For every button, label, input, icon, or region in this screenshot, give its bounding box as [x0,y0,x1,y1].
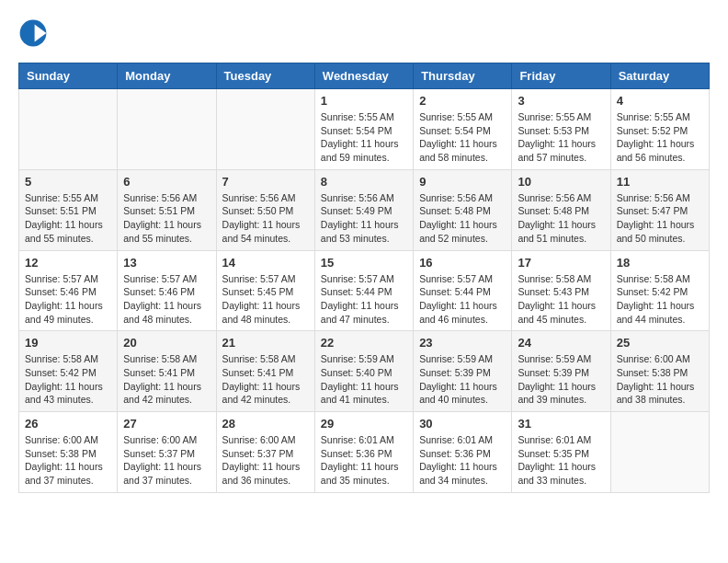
weekday-header: Sunday [19,63,118,89]
calendar-cell: 4Sunrise: 5:55 AM Sunset: 5:52 PM Daylig… [610,89,709,170]
calendar-cell: 1Sunrise: 5:55 AM Sunset: 5:54 PM Daylig… [314,89,413,170]
day-info: Sunrise: 5:56 AM Sunset: 5:47 PM Dayligh… [617,191,703,246]
calendar-cell: 19Sunrise: 5:58 AM Sunset: 5:42 PM Dayli… [19,331,118,412]
day-info: Sunrise: 5:56 AM Sunset: 5:48 PM Dayligh… [518,191,604,246]
day-info: Sunrise: 5:57 AM Sunset: 5:46 PM Dayligh… [25,272,111,327]
day-number: 24 [518,336,604,350]
day-info: Sunrise: 5:56 AM Sunset: 5:51 PM Dayligh… [123,191,210,246]
day-info: Sunrise: 6:00 AM Sunset: 5:37 PM Dayligh… [222,433,309,488]
calendar-cell [19,89,118,170]
calendar-cell: 31Sunrise: 6:01 AM Sunset: 5:35 PM Dayli… [512,412,610,493]
weekday-header: Friday [512,63,610,89]
day-number: 7 [222,175,309,189]
calendar-cell: 13Sunrise: 5:57 AM Sunset: 5:46 PM Dayli… [118,250,216,331]
calendar-table: SundayMondayTuesdayWednesdayThursdayFrid… [18,63,710,493]
calendar-cell: 8Sunrise: 5:56 AM Sunset: 5:49 PM Daylig… [314,169,413,250]
day-info: Sunrise: 5:58 AM Sunset: 5:41 PM Dayligh… [123,352,210,407]
day-info: Sunrise: 5:56 AM Sunset: 5:48 PM Dayligh… [419,191,506,246]
weekday-header: Tuesday [216,63,314,89]
day-info: Sunrise: 5:55 AM Sunset: 5:54 PM Dayligh… [419,110,506,165]
day-number: 9 [419,175,506,189]
day-number: 3 [518,94,604,108]
calendar-cell: 7Sunrise: 5:56 AM Sunset: 5:50 PM Daylig… [216,169,314,250]
logo-icon [18,18,48,48]
day-info: Sunrise: 5:57 AM Sunset: 5:46 PM Dayligh… [123,272,210,327]
day-info: Sunrise: 5:58 AM Sunset: 5:42 PM Dayligh… [25,352,111,407]
calendar-cell: 20Sunrise: 5:58 AM Sunset: 5:41 PM Dayli… [118,331,216,412]
calendar-body: 1Sunrise: 5:55 AM Sunset: 5:54 PM Daylig… [19,89,710,493]
day-number: 27 [123,417,210,431]
day-number: 16 [419,256,506,270]
day-info: Sunrise: 6:00 AM Sunset: 5:38 PM Dayligh… [617,352,703,407]
calendar-cell: 26Sunrise: 6:00 AM Sunset: 5:38 PM Dayli… [19,412,118,493]
day-number: 25 [617,336,703,350]
calendar-week-row: 1Sunrise: 5:55 AM Sunset: 5:54 PM Daylig… [19,89,710,170]
calendar-week-row: 26Sunrise: 6:00 AM Sunset: 5:38 PM Dayli… [19,412,710,493]
day-number: 29 [321,417,407,431]
day-number: 13 [123,256,210,270]
day-number: 18 [617,256,703,270]
day-number: 19 [25,336,111,350]
day-info: Sunrise: 6:00 AM Sunset: 5:37 PM Dayligh… [123,433,210,488]
day-number: 28 [222,417,309,431]
calendar-cell: 2Sunrise: 5:55 AM Sunset: 5:54 PM Daylig… [414,89,512,170]
day-number: 10 [518,175,604,189]
day-info: Sunrise: 5:55 AM Sunset: 5:52 PM Dayligh… [617,110,703,165]
day-info: Sunrise: 6:01 AM Sunset: 5:36 PM Dayligh… [419,433,506,488]
calendar-cell: 29Sunrise: 6:01 AM Sunset: 5:36 PM Dayli… [314,412,413,493]
day-info: Sunrise: 5:59 AM Sunset: 5:39 PM Dayligh… [518,352,604,407]
day-info: Sunrise: 5:58 AM Sunset: 5:42 PM Dayligh… [617,272,703,327]
day-info: Sunrise: 5:59 AM Sunset: 5:39 PM Dayligh… [419,352,506,407]
weekday-row: SundayMondayTuesdayWednesdayThursdayFrid… [19,63,710,89]
day-number: 14 [222,256,309,270]
day-number: 20 [123,336,210,350]
day-info: Sunrise: 5:58 AM Sunset: 5:41 PM Dayligh… [222,352,309,407]
page-header [18,18,710,48]
calendar-cell [610,412,709,493]
calendar-week-row: 19Sunrise: 5:58 AM Sunset: 5:42 PM Dayli… [19,331,710,412]
calendar-cell: 12Sunrise: 5:57 AM Sunset: 5:46 PM Dayli… [19,250,118,331]
day-info: Sunrise: 6:01 AM Sunset: 5:35 PM Dayligh… [518,433,604,488]
calendar-cell: 15Sunrise: 5:57 AM Sunset: 5:44 PM Dayli… [314,250,413,331]
day-number: 5 [25,175,111,189]
calendar-cell: 5Sunrise: 5:55 AM Sunset: 5:51 PM Daylig… [19,169,118,250]
calendar-header: SundayMondayTuesdayWednesdayThursdayFrid… [19,63,710,89]
day-info: Sunrise: 5:57 AM Sunset: 5:44 PM Dayligh… [321,272,407,327]
calendar-cell: 24Sunrise: 5:59 AM Sunset: 5:39 PM Dayli… [512,331,610,412]
day-info: Sunrise: 5:55 AM Sunset: 5:51 PM Dayligh… [25,191,111,246]
calendar-cell [118,89,216,170]
calendar-cell: 17Sunrise: 5:58 AM Sunset: 5:43 PM Dayli… [512,250,610,331]
calendar-cell: 21Sunrise: 5:58 AM Sunset: 5:41 PM Dayli… [216,331,314,412]
day-info: Sunrise: 5:56 AM Sunset: 5:50 PM Dayligh… [222,191,309,246]
day-number: 22 [321,336,407,350]
day-number: 11 [617,175,703,189]
calendar-cell: 11Sunrise: 5:56 AM Sunset: 5:47 PM Dayli… [610,169,709,250]
calendar-cell: 14Sunrise: 5:57 AM Sunset: 5:45 PM Dayli… [216,250,314,331]
day-number: 6 [123,175,210,189]
calendar-cell: 6Sunrise: 5:56 AM Sunset: 5:51 PM Daylig… [118,169,216,250]
day-number: 2 [419,94,506,108]
day-info: Sunrise: 5:57 AM Sunset: 5:44 PM Dayligh… [419,272,506,327]
calendar-cell: 23Sunrise: 5:59 AM Sunset: 5:39 PM Dayli… [414,331,512,412]
calendar-cell: 16Sunrise: 5:57 AM Sunset: 5:44 PM Dayli… [414,250,512,331]
weekday-header: Saturday [610,63,709,89]
day-info: Sunrise: 6:01 AM Sunset: 5:36 PM Dayligh… [321,433,407,488]
calendar-cell: 10Sunrise: 5:56 AM Sunset: 5:48 PM Dayli… [512,169,610,250]
logo [18,18,51,48]
day-number: 1 [321,94,407,108]
day-number: 26 [25,417,111,431]
day-number: 31 [518,417,604,431]
calendar-week-row: 12Sunrise: 5:57 AM Sunset: 5:46 PM Dayli… [19,250,710,331]
day-info: Sunrise: 5:57 AM Sunset: 5:45 PM Dayligh… [222,272,309,327]
day-number: 30 [419,417,506,431]
calendar-cell: 28Sunrise: 6:00 AM Sunset: 5:37 PM Dayli… [216,412,314,493]
calendar-cell: 9Sunrise: 5:56 AM Sunset: 5:48 PM Daylig… [414,169,512,250]
day-number: 12 [25,256,111,270]
weekday-header: Wednesday [314,63,413,89]
day-info: Sunrise: 6:00 AM Sunset: 5:38 PM Dayligh… [25,433,111,488]
day-number: 17 [518,256,604,270]
calendar-cell [216,89,314,170]
weekday-header: Monday [118,63,216,89]
day-info: Sunrise: 5:59 AM Sunset: 5:40 PM Dayligh… [321,352,407,407]
calendar-cell: 18Sunrise: 5:58 AM Sunset: 5:42 PM Dayli… [610,250,709,331]
